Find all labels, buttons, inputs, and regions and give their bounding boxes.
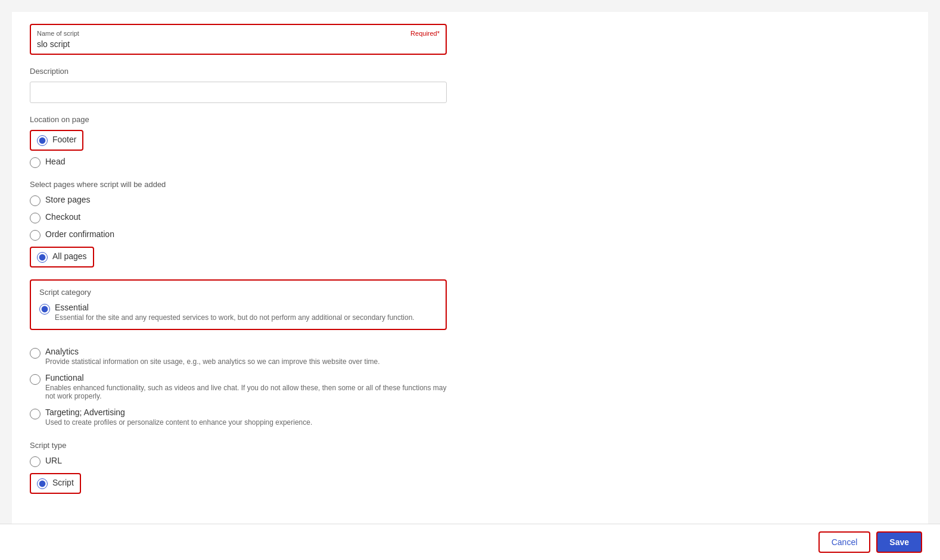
category-essential-radio[interactable]	[39, 304, 50, 315]
location-label: Location on page	[30, 115, 910, 124]
pages-allpages-option[interactable]: All pages	[37, 251, 87, 263]
footer-bar: Cancel Save	[0, 524, 940, 560]
pages-checkout-radio[interactable]	[30, 213, 41, 223]
category-functional-text: Functional Enables enhanced functionalit…	[45, 373, 447, 400]
location-footer-option[interactable]: Footer	[37, 135, 76, 146]
category-label: Script category	[39, 288, 437, 297]
script-type-url-option[interactable]: URL	[30, 456, 910, 467]
pages-store-label: Store pages	[45, 195, 91, 204]
pages-allpages-label: All pages	[52, 251, 87, 261]
category-analytics-label: Analytics	[45, 347, 380, 356]
script-type-script-option[interactable]: Script	[37, 478, 74, 489]
location-head-label: Head	[45, 157, 65, 166]
category-essential-desc: Essential for the site and any requested…	[55, 313, 415, 322]
category-essential-text: Essential Essential for the site and any…	[55, 303, 415, 322]
location-radio-group: Footer Head	[30, 130, 910, 168]
script-type-script-label: Script	[52, 478, 74, 487]
description-input[interactable]	[30, 82, 447, 103]
category-analytics-radio[interactable]	[30, 348, 41, 359]
location-head-option[interactable]: Head	[30, 157, 910, 168]
pages-checkout-label: Checkout	[45, 212, 80, 222]
location-footer-radio[interactable]	[37, 135, 48, 146]
location-footer-label: Footer	[52, 135, 76, 144]
name-field-label: Name of script	[37, 30, 440, 37]
script-type-url-label: URL	[45, 456, 62, 465]
category-functional-desc: Enables enhanced functionality, such as …	[45, 384, 447, 400]
pages-store-option[interactable]: Store pages	[30, 195, 910, 206]
category-analytics-option[interactable]: Analytics Provide statistical informatio…	[30, 347, 447, 366]
location-footer-box: Footer	[30, 130, 910, 151]
pages-checkout-option[interactable]: Checkout	[30, 212, 910, 223]
description-label: Description	[30, 67, 910, 76]
pages-order-option[interactable]: Order confirmation	[30, 229, 910, 241]
category-targeting-desc: Used to create profiles or personalize c…	[45, 418, 312, 427]
pages-order-label: Order confirmation	[45, 229, 114, 239]
pages-order-radio[interactable]	[30, 230, 41, 241]
script-type-label: Script type	[30, 441, 910, 450]
pages-allpages-radio[interactable]	[37, 252, 48, 263]
script-type-radio-group: URL Script	[30, 456, 910, 494]
pages-store-radio[interactable]	[30, 195, 41, 206]
script-type-script-radio[interactable]	[37, 478, 48, 489]
category-analytics-text: Analytics Provide statistical informatio…	[45, 347, 380, 366]
pages-radio-group: Store pages Checkout Order confirmation …	[30, 195, 910, 267]
category-essential-option[interactable]: Essential Essential for the site and any…	[39, 303, 437, 322]
category-analytics-desc: Provide statistical information on site …	[45, 357, 380, 366]
category-targeting-radio[interactable]	[30, 409, 41, 419]
script-category-box: Script category Essential Essential for …	[30, 279, 447, 330]
category-essential-label: Essential	[55, 303, 415, 312]
script-type-script-box: Script	[30, 473, 910, 494]
category-targeting-label: Targeting; Advertising	[45, 407, 312, 417]
script-type-url-radio[interactable]	[30, 456, 41, 467]
category-targeting-text: Targeting; Advertising Used to create pr…	[45, 407, 312, 427]
location-head-radio[interactable]	[30, 157, 41, 168]
required-indicator: Required*	[410, 30, 440, 37]
name-field-wrapper: Name of script Required*	[30, 24, 447, 55]
category-targeting-option[interactable]: Targeting; Advertising Used to create pr…	[30, 407, 447, 427]
pages-label: Select pages where script will be added	[30, 180, 910, 189]
name-input[interactable]	[37, 39, 440, 49]
category-functional-label: Functional	[45, 373, 447, 382]
category-functional-radio[interactable]	[30, 374, 41, 385]
save-button[interactable]: Save	[876, 531, 922, 553]
pages-allpages-box: All pages	[30, 247, 910, 267]
category-functional-option[interactable]: Functional Enables enhanced functionalit…	[30, 373, 447, 400]
cancel-button[interactable]: Cancel	[818, 531, 871, 553]
